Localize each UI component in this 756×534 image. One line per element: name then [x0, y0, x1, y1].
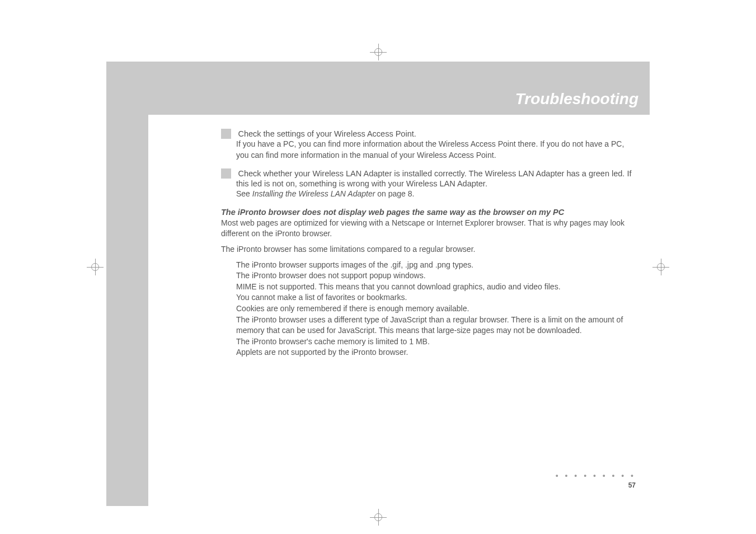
step-5: 5 Check whether your Wireless LAN Adapte… — [221, 168, 636, 200]
bullet-item: The iPronto browser does not support pop… — [236, 270, 636, 282]
header-bar: Troubleshooting — [148, 62, 650, 115]
bullet-item: Cookies are only remembered if there is … — [236, 303, 636, 315]
registration-mark-top — [370, 44, 387, 60]
registration-mark-bottom — [370, 509, 387, 526]
bullet-item: MIME is not supported. This means that y… — [236, 282, 636, 293]
step-number-4: 4 — [221, 129, 231, 139]
bullet-item: The iPronto browser supports images of t… — [236, 260, 636, 271]
bullet-list: The iPronto browser supports images of t… — [236, 260, 636, 358]
bullet-item: Applets are not supported by the iPronto… — [236, 347, 636, 358]
bullet-item: You cannot make a list of favorites or b… — [236, 292, 636, 303]
registration-mark-left — [87, 259, 104, 275]
step-detail-5: See Installing the Wireless LAN Adapter … — [236, 189, 636, 200]
bullet-item: The iPronto browser's cache memory is li… — [236, 336, 636, 348]
step-number-5: 5 — [221, 168, 231, 179]
step-5-detail-suffix: on page 8. — [375, 189, 414, 198]
step-5-detail-italic: Installing the Wireless LAN Adapter — [252, 189, 375, 198]
section-intro-1: Most web pages are optimized for viewing… — [221, 218, 636, 240]
page-number: 57 — [556, 481, 636, 489]
page-footer: • • • • • • • • • 57 — [556, 471, 636, 489]
registration-mark-right — [652, 259, 669, 275]
step-5-detail-prefix: See — [236, 189, 252, 198]
content-area: 4 Check the settings of your Wireless Ac… — [148, 115, 650, 506]
step-4: 4 Check the settings of your Wireless Ac… — [221, 129, 636, 161]
page-title: Troubleshooting — [515, 90, 638, 108]
left-sidebar — [106, 62, 148, 506]
step-title-5: Check whether your Wireless LAN Adapter … — [236, 169, 631, 188]
step-title-4: Check the settings of your Wireless Acce… — [238, 129, 416, 138]
section-heading: The iPronto browser does not display web… — [221, 208, 636, 217]
step-detail-4: If you have a PC, you can find more info… — [236, 139, 636, 161]
main-content: Troubleshooting 4 Check the settings of … — [148, 62, 650, 506]
page-container: Troubleshooting 4 Check the settings of … — [106, 62, 650, 506]
bullet-item: The iPronto browser uses a different typ… — [236, 315, 636, 336]
decorative-dots: • • • • • • • • • — [556, 471, 636, 480]
section-intro-2: The iPronto browser has some limitations… — [221, 244, 636, 255]
